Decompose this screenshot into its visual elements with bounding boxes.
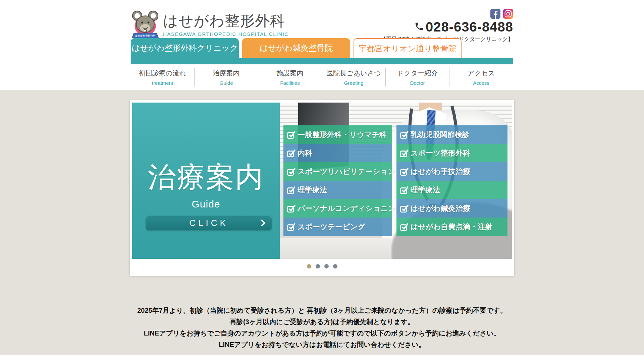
services-column-right: 乳幼児股関節検診スポーツ整形外科はせがわ手技治療理学療法はせがわ鍼灸治療はせがわ… — [396, 125, 507, 236]
clinic-tabs: はせがわ整形外科クリニックはせがわ鍼灸整骨院宇都宮オリオン通り整骨院 — [131, 38, 513, 58]
checkbox-icon — [287, 185, 296, 194]
carousel-dot-4[interactable] — [333, 264, 337, 268]
nav-item-doctor[interactable]: ドクター紹介Doctor — [386, 68, 449, 86]
hero-guide-panel: 治療案内 Guide CLICK — [132, 103, 280, 259]
nav-item-treatment[interactable]: 初回診療の流れtreatment — [131, 68, 195, 86]
instagram-icon[interactable] — [503, 9, 513, 19]
checkbox-icon — [400, 130, 409, 139]
nav-item-label-en: Greeting — [344, 80, 364, 86]
carousel-dot-3[interactable] — [324, 264, 329, 268]
notice-line: 再診(3ヶ月以内にご受診がある方)は予約優先制となります。 — [0, 316, 644, 327]
phone-number[interactable]: 028-636-8488 — [426, 19, 513, 35]
service-item: 理学療法 — [283, 181, 392, 199]
service-item: パーソナルコンディショニング — [283, 199, 392, 218]
service-item-label: スポーツテーピング — [298, 222, 365, 232]
service-item-label: はせがわ鍼灸治療 — [411, 203, 470, 214]
carousel-card: 治療案内 Guide CLICK — [130, 100, 514, 276]
doctor-photo: 一般整形外科・リウマチ科内科スポーツリハビリテーション理学療法パーソナルコンディ… — [280, 103, 512, 259]
nav-item-label-jp: ドクター紹介 — [397, 69, 438, 78]
nav-item-access[interactable]: アクセスAccess — [449, 68, 513, 86]
carousel-dot-1[interactable] — [307, 264, 311, 268]
checkbox-icon — [400, 185, 409, 194]
service-item: スポーツリハビリテーション — [283, 162, 392, 181]
mouse-logo-icon: はせがわ整形外科 — [131, 9, 160, 41]
notice-line: 2025年7月より、初診（当院に初めて受診される方）と 再初診（3ヶ月以上ご来院… — [0, 305, 644, 316]
reservation-notice: 2025年7月より、初診（当院に初めて受診される方）と 再初診（3ヶ月以上ご来院… — [0, 305, 644, 350]
click-button-label: CLICK — [189, 218, 228, 228]
clinic-subtitle: HASEGAWA ORTHOPEDIC HOSPITAL CLINIC — [163, 31, 289, 37]
service-item-label: はせがわ手技治療 — [411, 167, 470, 177]
checkbox-icon — [400, 222, 409, 231]
hero-title: 治療案内 — [132, 158, 280, 196]
nav-item-label-en: Access — [473, 80, 489, 86]
checkbox-icon — [287, 167, 296, 176]
logo-ribbon-text: はせがわ整形外科 — [135, 34, 156, 37]
nav-item-guide[interactable]: 治療案内Guide — [195, 68, 258, 86]
checkbox-icon — [400, 167, 409, 176]
nav-item-label-jp: アクセス — [468, 69, 495, 78]
notice-line: LINEアプリをお持ちでご自身のアカウントがある方は予約が可能ですので以下のボタ… — [0, 327, 644, 339]
click-button[interactable]: CLICK — [146, 216, 272, 230]
page: はせがわ整形外科 はせがわ整形外科 HASEGAWA ORTHOPEDIC HO… — [0, 0, 644, 355]
main-nav: 初回診療の流れtreatment治療案内Guide施設案内Facilities医… — [131, 64, 513, 90]
service-item-label: 理学療法 — [298, 185, 327, 195]
carousel-dots — [132, 259, 512, 274]
nav-item-label-jp: 治療案内 — [213, 69, 240, 78]
nav-item-label-en: Facilities — [280, 80, 300, 86]
clinic-tab[interactable]: 宇都宮オリオン通り整骨院 — [354, 38, 462, 58]
nav-item-label-en: Guide — [219, 80, 233, 86]
header-brand-row: はせがわ整形外科 はせがわ整形外科 HASEGAWA ORTHOPEDIC HO… — [131, 0, 513, 37]
notice-line: LINEアプリをお持ちでない方はお電話にてお問い合わせください。 — [0, 339, 644, 350]
clinic-tab[interactable]: はせがわ整形外科クリニック — [131, 38, 239, 58]
clinic-title: はせがわ整形外科 — [163, 13, 289, 29]
service-item-label: はせがわ自費点滴・注射 — [411, 222, 492, 232]
service-item-label: 一般整形外科・リウマチ科 — [298, 130, 387, 140]
checkbox-icon — [400, 204, 409, 213]
nav-item-label-jp: 医院長ごあいさつ — [326, 69, 381, 78]
nav-item-greeting[interactable]: 医院長ごあいさつGreeting — [322, 68, 386, 86]
main-content: 治療案内 Guide CLICK — [0, 90, 644, 355]
site-header: はせがわ整形外科 はせがわ整形外科 HASEGAWA ORTHOPEDIC HO… — [0, 0, 644, 90]
clinic-logo-link[interactable]: はせがわ整形外科 はせがわ整形外科 HASEGAWA ORTHOPEDIC HO… — [131, 9, 289, 41]
service-item-label: スポーツリハビリテーション — [298, 167, 395, 177]
nav-item-label-jp: 初回診療の流れ — [139, 69, 186, 78]
service-item-label: パーソナルコンディショニング — [298, 203, 403, 214]
service-item: 乳幼児股関節検診 — [396, 125, 507, 144]
clinic-tab[interactable]: はせがわ鍼灸整骨院 — [242, 38, 350, 58]
carousel-dot-2[interactable] — [316, 264, 320, 268]
service-item: はせがわ鍼灸治療 — [396, 199, 507, 218]
service-item-label: 乳幼児股関節検診 — [411, 130, 470, 140]
service-item: 理学療法 — [396, 181, 507, 199]
nav-item-facilities[interactable]: 施設案内Facilities — [258, 68, 322, 86]
tab-underline-bar — [131, 58, 513, 64]
nav-item-label-en: Doctor — [410, 80, 425, 86]
checkbox-icon — [400, 148, 409, 158]
hero-carousel-slide[interactable]: 治療案内 Guide CLICK — [132, 103, 512, 259]
service-item: はせがわ自費点滴・注射 — [396, 218, 507, 236]
services-column-left: 一般整形外科・リウマチ科内科スポーツリハビリテーション理学療法パーソナルコンディ… — [283, 125, 392, 236]
service-item: 一般整形外科・リウマチ科 — [283, 125, 392, 144]
header-contact: 028-636-8488 【平日 20時まで診療、スポーツドクタークリニック】 — [381, 9, 513, 43]
service-item-label: スポーツ整形外科 — [411, 148, 470, 158]
social-links — [490, 9, 513, 19]
hero-subtitle: Guide — [132, 198, 280, 210]
phone-icon — [414, 21, 424, 33]
service-item: スポーツ整形外科 — [396, 144, 507, 162]
service-item: スポーツテーピング — [283, 218, 392, 236]
nav-item-label-en: treatment — [152, 80, 173, 86]
service-item-label: 理学療法 — [411, 185, 440, 195]
facebook-icon[interactable] — [490, 9, 500, 19]
checkbox-icon — [287, 222, 296, 231]
service-item: はせがわ手技治療 — [396, 162, 507, 181]
service-item: 内科 — [283, 144, 392, 162]
nav-item-label-jp: 施設案内 — [277, 69, 304, 78]
checkbox-icon — [287, 204, 296, 213]
service-item-label: 内科 — [298, 148, 312, 158]
checkbox-icon — [287, 130, 296, 139]
arrow-right-icon — [259, 219, 267, 227]
checkbox-icon — [287, 148, 296, 158]
